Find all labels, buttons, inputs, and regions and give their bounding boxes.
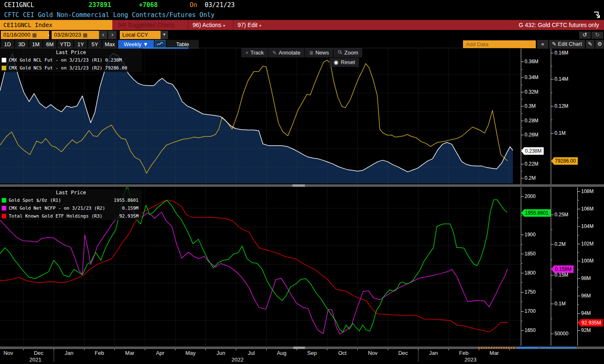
x-axis-year-label: 2022	[225, 357, 250, 363]
x-axis-layer: NovDecJanFebMarAprMayJunJulAugSepOctNovD…	[0, 0, 604, 364]
x-axis-year-label: 2021	[23, 357, 48, 363]
x-axis-month-label: Jul	[242, 350, 260, 356]
bloomberg-chart-window: CEI1GNCL 237891 +7068 On 03/21/23 CFTC C…	[0, 0, 604, 364]
x-axis-month-label: May	[181, 350, 200, 356]
x-axis-month-label: Jan	[424, 350, 443, 356]
x-axis-year-label: 2023	[458, 357, 483, 363]
x-axis-month-label: Feb	[455, 350, 473, 356]
x-axis-month-label: Apr	[151, 350, 169, 356]
x-axis-month-label: Mar	[121, 350, 139, 356]
x-axis-month-label: Nov	[364, 350, 382, 356]
x-axis-month-label: Aug	[272, 350, 291, 356]
x-axis-month-label: Dec	[30, 350, 48, 356]
x-axis-month-label: Jun	[212, 350, 230, 356]
x-axis-month-label: Dec	[394, 350, 412, 356]
x-axis-month-label: Nov	[0, 350, 17, 356]
x-axis-month-label: Feb	[90, 350, 109, 356]
x-axis-month-label: Sep	[303, 350, 321, 356]
x-axis-month-label: Jan	[60, 350, 78, 356]
x-axis-month-label: Oct	[333, 350, 352, 356]
x-axis-month-label: Mar	[485, 350, 503, 356]
